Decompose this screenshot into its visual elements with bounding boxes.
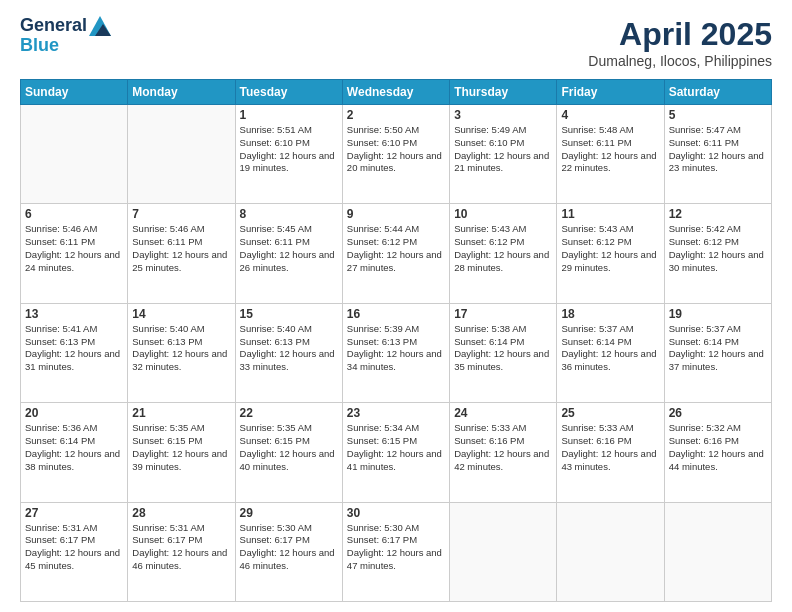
calendar-cell: 11Sunrise: 5:43 AMSunset: 6:12 PMDayligh…: [557, 204, 664, 303]
day-number: 28: [132, 506, 230, 520]
day-number: 12: [669, 207, 767, 221]
calendar-cell: [450, 502, 557, 601]
day-number: 23: [347, 406, 445, 420]
logo: General Blue: [20, 16, 111, 56]
calendar-week-row: 6Sunrise: 5:46 AMSunset: 6:11 PMDaylight…: [21, 204, 772, 303]
calendar-cell: 17Sunrise: 5:38 AMSunset: 6:14 PMDayligh…: [450, 303, 557, 402]
calendar-cell: [557, 502, 664, 601]
calendar-cell: 10Sunrise: 5:43 AMSunset: 6:12 PMDayligh…: [450, 204, 557, 303]
day-info: Sunrise: 5:36 AMSunset: 6:14 PMDaylight:…: [25, 422, 123, 473]
calendar-cell: [21, 105, 128, 204]
calendar-cell: 4Sunrise: 5:48 AMSunset: 6:11 PMDaylight…: [557, 105, 664, 204]
calendar-cell: 28Sunrise: 5:31 AMSunset: 6:17 PMDayligh…: [128, 502, 235, 601]
day-info: Sunrise: 5:32 AMSunset: 6:16 PMDaylight:…: [669, 422, 767, 473]
day-number: 11: [561, 207, 659, 221]
day-number: 27: [25, 506, 123, 520]
day-number: 10: [454, 207, 552, 221]
day-number: 18: [561, 307, 659, 321]
day-number: 17: [454, 307, 552, 321]
day-number: 22: [240, 406, 338, 420]
day-number: 21: [132, 406, 230, 420]
calendar-cell: 14Sunrise: 5:40 AMSunset: 6:13 PMDayligh…: [128, 303, 235, 402]
calendar-cell: 23Sunrise: 5:34 AMSunset: 6:15 PMDayligh…: [342, 403, 449, 502]
day-info: Sunrise: 5:40 AMSunset: 6:13 PMDaylight:…: [240, 323, 338, 374]
calendar-cell: 7Sunrise: 5:46 AMSunset: 6:11 PMDaylight…: [128, 204, 235, 303]
calendar-week-row: 27Sunrise: 5:31 AMSunset: 6:17 PMDayligh…: [21, 502, 772, 601]
day-number: 29: [240, 506, 338, 520]
calendar-cell: 21Sunrise: 5:35 AMSunset: 6:15 PMDayligh…: [128, 403, 235, 502]
day-number: 2: [347, 108, 445, 122]
calendar-cell: 30Sunrise: 5:30 AMSunset: 6:17 PMDayligh…: [342, 502, 449, 601]
logo-text: General: [20, 16, 111, 36]
calendar-week-row: 13Sunrise: 5:41 AMSunset: 6:13 PMDayligh…: [21, 303, 772, 402]
day-number: 30: [347, 506, 445, 520]
day-info: Sunrise: 5:37 AMSunset: 6:14 PMDaylight:…: [669, 323, 767, 374]
calendar-cell: 18Sunrise: 5:37 AMSunset: 6:14 PMDayligh…: [557, 303, 664, 402]
calendar-cell: 25Sunrise: 5:33 AMSunset: 6:16 PMDayligh…: [557, 403, 664, 502]
day-number: 1: [240, 108, 338, 122]
calendar-cell: 1Sunrise: 5:51 AMSunset: 6:10 PMDaylight…: [235, 105, 342, 204]
logo-blue: Blue: [20, 36, 111, 56]
day-info: Sunrise: 5:50 AMSunset: 6:10 PMDaylight:…: [347, 124, 445, 175]
day-info: Sunrise: 5:48 AMSunset: 6:11 PMDaylight:…: [561, 124, 659, 175]
col-saturday: Saturday: [664, 80, 771, 105]
day-number: 25: [561, 406, 659, 420]
day-number: 14: [132, 307, 230, 321]
day-info: Sunrise: 5:33 AMSunset: 6:16 PMDaylight:…: [561, 422, 659, 473]
day-info: Sunrise: 5:34 AMSunset: 6:15 PMDaylight:…: [347, 422, 445, 473]
day-info: Sunrise: 5:38 AMSunset: 6:14 PMDaylight:…: [454, 323, 552, 374]
day-info: Sunrise: 5:31 AMSunset: 6:17 PMDaylight:…: [25, 522, 123, 573]
day-number: 7: [132, 207, 230, 221]
calendar-cell: 26Sunrise: 5:32 AMSunset: 6:16 PMDayligh…: [664, 403, 771, 502]
calendar-title: April 2025: [588, 16, 772, 53]
day-info: Sunrise: 5:43 AMSunset: 6:12 PMDaylight:…: [561, 223, 659, 274]
calendar-cell: 16Sunrise: 5:39 AMSunset: 6:13 PMDayligh…: [342, 303, 449, 402]
day-info: Sunrise: 5:39 AMSunset: 6:13 PMDaylight:…: [347, 323, 445, 374]
col-wednesday: Wednesday: [342, 80, 449, 105]
day-info: Sunrise: 5:51 AMSunset: 6:10 PMDaylight:…: [240, 124, 338, 175]
header: General Blue April 2025 Dumalneg, Ilocos…: [20, 16, 772, 69]
calendar-table: Sunday Monday Tuesday Wednesday Thursday…: [20, 79, 772, 602]
day-number: 19: [669, 307, 767, 321]
day-info: Sunrise: 5:31 AMSunset: 6:17 PMDaylight:…: [132, 522, 230, 573]
day-number: 3: [454, 108, 552, 122]
day-number: 13: [25, 307, 123, 321]
day-info: Sunrise: 5:37 AMSunset: 6:14 PMDaylight:…: [561, 323, 659, 374]
calendar-cell: [128, 105, 235, 204]
day-info: Sunrise: 5:44 AMSunset: 6:12 PMDaylight:…: [347, 223, 445, 274]
col-sunday: Sunday: [21, 80, 128, 105]
calendar-cell: 5Sunrise: 5:47 AMSunset: 6:11 PMDaylight…: [664, 105, 771, 204]
calendar-cell: 20Sunrise: 5:36 AMSunset: 6:14 PMDayligh…: [21, 403, 128, 502]
calendar-cell: 13Sunrise: 5:41 AMSunset: 6:13 PMDayligh…: [21, 303, 128, 402]
day-info: Sunrise: 5:30 AMSunset: 6:17 PMDaylight:…: [347, 522, 445, 573]
calendar-cell: 27Sunrise: 5:31 AMSunset: 6:17 PMDayligh…: [21, 502, 128, 601]
day-info: Sunrise: 5:40 AMSunset: 6:13 PMDaylight:…: [132, 323, 230, 374]
day-info: Sunrise: 5:45 AMSunset: 6:11 PMDaylight:…: [240, 223, 338, 274]
calendar-week-row: 1Sunrise: 5:51 AMSunset: 6:10 PMDaylight…: [21, 105, 772, 204]
page: General Blue April 2025 Dumalneg, Ilocos…: [0, 0, 792, 612]
calendar-subtitle: Dumalneg, Ilocos, Philippines: [588, 53, 772, 69]
day-info: Sunrise: 5:33 AMSunset: 6:16 PMDaylight:…: [454, 422, 552, 473]
col-friday: Friday: [557, 80, 664, 105]
day-number: 8: [240, 207, 338, 221]
day-number: 6: [25, 207, 123, 221]
logo-general: General: [20, 15, 87, 35]
day-info: Sunrise: 5:42 AMSunset: 6:12 PMDaylight:…: [669, 223, 767, 274]
calendar-cell: 2Sunrise: 5:50 AMSunset: 6:10 PMDaylight…: [342, 105, 449, 204]
calendar-cell: 3Sunrise: 5:49 AMSunset: 6:10 PMDaylight…: [450, 105, 557, 204]
calendar-cell: 9Sunrise: 5:44 AMSunset: 6:12 PMDaylight…: [342, 204, 449, 303]
col-monday: Monday: [128, 80, 235, 105]
calendar-cell: 22Sunrise: 5:35 AMSunset: 6:15 PMDayligh…: [235, 403, 342, 502]
col-thursday: Thursday: [450, 80, 557, 105]
day-info: Sunrise: 5:30 AMSunset: 6:17 PMDaylight:…: [240, 522, 338, 573]
calendar-cell: 6Sunrise: 5:46 AMSunset: 6:11 PMDaylight…: [21, 204, 128, 303]
day-number: 26: [669, 406, 767, 420]
day-number: 9: [347, 207, 445, 221]
day-number: 16: [347, 307, 445, 321]
day-info: Sunrise: 5:47 AMSunset: 6:11 PMDaylight:…: [669, 124, 767, 175]
day-info: Sunrise: 5:49 AMSunset: 6:10 PMDaylight:…: [454, 124, 552, 175]
day-number: 15: [240, 307, 338, 321]
col-tuesday: Tuesday: [235, 80, 342, 105]
calendar-cell: [664, 502, 771, 601]
calendar-cell: 8Sunrise: 5:45 AMSunset: 6:11 PMDaylight…: [235, 204, 342, 303]
